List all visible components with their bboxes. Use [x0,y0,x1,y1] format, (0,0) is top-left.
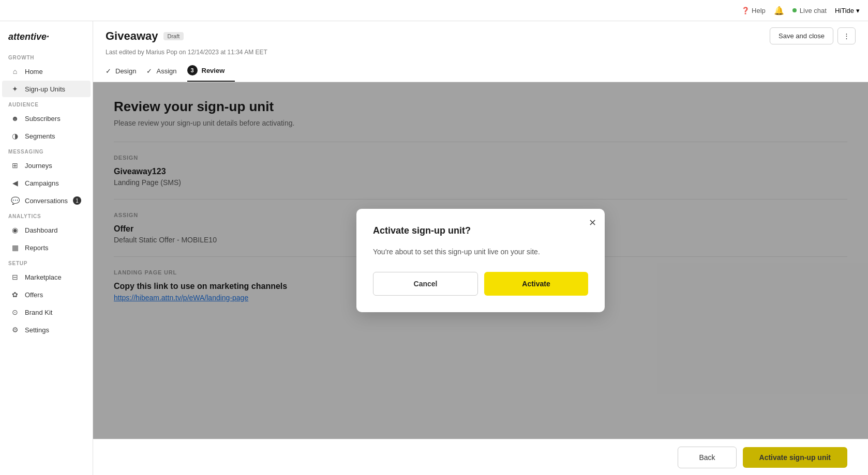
settings-icon: ⚙ [10,326,20,334]
sidebar-label-segments: Segments [25,132,55,140]
signup-units-icon: ✦ [10,85,20,93]
sidebar-section-setup: SETUP [0,256,93,268]
sidebar-label-subscribers: Subscribers [25,115,61,122]
sidebar-label-dashboard: Dashboard [25,226,58,234]
layout: attentive· GROWTH ⌂ Home ✦ Sign-up Units… [0,21,868,475]
back-button[interactable]: Back [678,447,736,468]
modal-overlay: ✕ Activate sign-up unit? You're about to… [93,82,868,439]
sidebar-label-signup-units: Sign-up Units [25,85,65,93]
sidebar-logo: attentive· [0,27,93,51]
sidebar-item-journeys[interactable]: ⊞ Journeys [2,157,91,174]
page-title: Giveaway [106,29,158,43]
conversations-badge: 1 [73,196,81,205]
top-nav: ❓ Help 🔔 Live chat HiTide ▾ [0,0,868,21]
steps-nav: ✓ Design ✓ Assign 3 Review [106,60,856,82]
sidebar-label-conversations: Conversations [25,197,68,205]
sub-header: Giveaway Draft Save and close ⋮ Last edi… [93,21,868,82]
help-button[interactable]: ❓ Help [741,7,766,14]
sidebar-item-marketplace[interactable]: ⊟ Marketplace [2,269,91,285]
livechat-label: Live chat [800,7,827,14]
sidebar-item-offers[interactable]: ✿ Offers [2,286,91,303]
bell-button[interactable]: 🔔 [774,6,784,16]
page-title-area: Giveaway Draft [106,29,184,43]
sidebar-item-conversations[interactable]: 💬 Conversations 1 [2,192,91,209]
sidebar-item-settings[interactable]: ⚙ Settings [2,321,91,338]
sidebar-section-growth: GROWTH [0,51,93,63]
logo-text: attentive· [8,32,49,42]
step-review[interactable]: 3 Review [187,60,235,82]
sidebar-item-signup-units[interactable]: ✦ Sign-up Units [2,81,91,97]
sidebar-label-home: Home [25,68,43,75]
dashboard-icon: ◉ [10,226,20,234]
save-close-button[interactable]: Save and close [770,27,833,44]
modal-close-button[interactable]: ✕ [589,217,596,228]
chevron-down-icon: ▾ [856,7,860,14]
check-icon: ✓ [106,67,111,75]
sidebar: attentive· GROWTH ⌂ Home ✦ Sign-up Units… [0,21,93,475]
sidebar-item-home[interactable]: ⌂ Home [2,63,91,80]
sidebar-item-subscribers[interactable]: ☻ Subscribers [2,110,91,127]
user-name: HiTide [835,7,854,14]
sidebar-item-campaigns[interactable]: ◀ Campaigns [2,175,91,191]
page-meta: Last edited by Marius Pop on 12/14/2023 … [106,49,856,56]
step-design-label: Design [115,67,136,75]
sidebar-label-brand-kit: Brand Kit [25,309,52,316]
more-options-button[interactable]: ⋮ [837,27,856,44]
sidebar-item-brand-kit[interactable]: ⊙ Brand Kit [2,304,91,320]
livechat-dot [792,8,797,12]
marketplace-icon: ⊟ [10,273,20,281]
user-menu[interactable]: HiTide ▾ [835,7,860,14]
sidebar-label-campaigns: Campaigns [25,179,59,187]
modal: ✕ Activate sign-up unit? You're about to… [356,209,605,312]
sidebar-section-audience: AUDIENCE [0,98,93,110]
sidebar-label-settings: Settings [25,326,49,334]
sidebar-item-dashboard[interactable]: ◉ Dashboard [2,222,91,238]
subscribers-icon: ☻ [10,114,20,122]
sub-header-top: Giveaway Draft Save and close ⋮ [106,27,856,44]
campaigns-icon: ◀ [10,179,20,187]
sidebar-item-reports[interactable]: ▦ Reports [2,239,91,256]
step-review-label: Review [202,67,225,74]
main-content: Giveaway Draft Save and close ⋮ Last edi… [93,21,868,475]
sidebar-section-analytics: ANALYTICS [0,209,93,221]
step-assign[interactable]: ✓ Assign [146,62,187,80]
step-design[interactable]: ✓ Design [106,62,146,80]
sidebar-label-journeys: Journeys [25,162,52,170]
home-icon: ⌂ [10,67,20,75]
help-icon: ❓ [741,7,750,14]
sidebar-label-reports: Reports [25,244,49,252]
nav-right: ❓ Help 🔔 Live chat HiTide ▾ [741,6,860,16]
step-number: 3 [187,65,198,75]
brand-icon: ⊙ [10,308,20,316]
page-body: Review your sign-up unit Please review y… [93,82,868,439]
offers-icon: ✿ [10,290,20,299]
livechat-button[interactable]: Live chat [792,7,827,14]
activate-signup-unit-button[interactable]: Activate sign-up unit [743,447,847,468]
journeys-icon: ⊞ [10,161,20,170]
modal-actions: Cancel Activate [373,272,588,296]
segments-icon: ◑ [10,132,20,140]
modal-body: You're about to set this sign-up unit li… [373,247,588,257]
conversations-icon: 💬 [10,196,20,205]
check-icon-2: ✓ [146,67,152,75]
help-label: Help [752,7,766,14]
modal-activate-button[interactable]: Activate [484,272,588,296]
sidebar-item-segments[interactable]: ◑ Segments [2,128,91,144]
bottom-bar: Back Activate sign-up unit [93,439,868,475]
sidebar-label-marketplace: Marketplace [25,273,62,281]
draft-badge: Draft [163,32,184,40]
cancel-button[interactable]: Cancel [373,272,478,296]
header-actions: Save and close ⋮ [770,27,856,44]
sidebar-section-messaging: MESSAGING [0,145,93,157]
step-assign-label: Assign [156,67,176,75]
sidebar-label-offers: Offers [25,291,43,299]
modal-title: Activate sign-up unit? [373,225,588,236]
reports-icon: ▦ [10,243,20,252]
